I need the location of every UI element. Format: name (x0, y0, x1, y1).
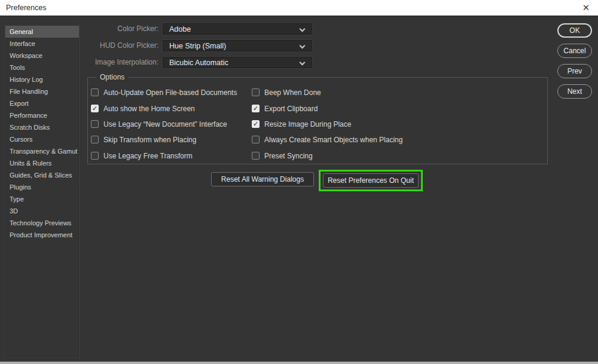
checkbox-icon[interactable]: ✓ (252, 136, 260, 143)
hud-color-picker-label: HUD Color Picker: (87, 40, 158, 51)
image-interpolation-label: Image Interpolation: (87, 57, 158, 68)
sidebar-item-history-log[interactable]: History Log (5, 74, 79, 85)
next-button[interactable]: Next (557, 84, 592, 99)
sidebar-item-type[interactable]: Type (5, 193, 79, 205)
checkbox-beep-when-done[interactable]: ✓ Beep When Done (252, 88, 321, 97)
checkbox-use-legacy-free-transform[interactable]: ✓ Use Legacy Free Transform (91, 151, 193, 160)
color-picker-label: Color Picker: (87, 23, 158, 35)
window-title: Preferences (6, 0, 46, 16)
chevron-down-icon (300, 27, 304, 31)
checkbox-resize-image-during-place[interactable]: ✓ Resize Image During Place (252, 120, 351, 129)
close-icon[interactable]: ✕ (579, 0, 593, 16)
image-interpolation-select[interactable]: Bicubic Automatic (163, 57, 312, 68)
sidebar-item-cursors[interactable]: Cursors (5, 133, 79, 145)
dialog-body: General Interface Workspace Tools Histor… (0, 16, 598, 362)
sidebar-item-workspace[interactable]: Workspace (5, 50, 79, 62)
cancel-button[interactable]: Cancel (557, 44, 592, 58)
checkbox-icon[interactable]: ✓ (91, 120, 99, 128)
reset-preferences-on-quit-button[interactable]: Reset Preferences On Quit (323, 173, 419, 188)
hud-color-picker-value: Hue Strip (Small) (169, 41, 226, 51)
color-picker-select[interactable]: Adobe (163, 23, 312, 35)
ok-button[interactable]: OK (557, 23, 592, 38)
checkbox-preset-syncing[interactable]: ✓ Preset Syncing (252, 151, 313, 160)
sidebar-item-interface[interactable]: Interface (5, 38, 79, 50)
sidebar-item-scratch-disks[interactable]: Scratch Disks (5, 121, 79, 133)
highlight-box: Reset Preferences On Quit (319, 170, 423, 191)
checkbox-export-clipboard[interactable]: ✓ Export Clipboard (252, 104, 318, 113)
checkbox-icon[interactable]: ✓ (252, 105, 260, 112)
checkbox-icon[interactable]: ✓ (252, 120, 260, 128)
chevron-down-icon (300, 44, 304, 48)
checkbox-icon[interactable]: ✓ (252, 88, 260, 96)
title-bar: Preferences ✕ (0, 0, 598, 16)
prev-button[interactable]: Prev (557, 64, 592, 78)
color-picker-value: Adobe (169, 24, 191, 35)
sidebar-item-tools[interactable]: Tools (5, 62, 79, 74)
sidebar-item-3d[interactable]: 3D (5, 205, 79, 217)
checkbox-icon[interactable]: ✓ (91, 88, 99, 96)
checkbox-skip-transform-when-placing[interactable]: ✓ Skip Transform when Placing (91, 135, 196, 144)
hud-color-picker-select[interactable]: Hue Strip (Small) (163, 40, 312, 51)
sidebar-item-general[interactable]: General (5, 26, 79, 38)
sidebar-item-guides-grid-slices[interactable]: Guides, Grid & Slices (5, 169, 79, 181)
checkbox-auto-update-open-file-based-documents[interactable]: ✓ Auto-Update Open File-based Documents (91, 88, 237, 97)
sidebar-item-product-improvement[interactable]: Product Improvement (5, 229, 79, 241)
sidebar-item-file-handling[interactable]: File Handling (5, 85, 79, 97)
sidebar-item-units-rulers[interactable]: Units & Rulers (5, 157, 79, 169)
sidebar-item-transparency-gamut[interactable]: Transparency & Gamut (5, 145, 79, 157)
sidebar-item-technology-previews[interactable]: Technology Previews (5, 217, 79, 229)
check-icon: ✓ (92, 105, 97, 112)
check-icon: ✓ (253, 105, 258, 112)
options-group: Options ✓ Auto-Update Open File-based Do… (87, 77, 548, 164)
checkbox-icon[interactable]: ✓ (91, 136, 99, 143)
checkbox-always-create-smart-objects-when-placing[interactable]: ✓ Always Create Smart Objects when Placi… (252, 135, 402, 144)
sidebar: General Interface Workspace Tools Histor… (5, 22, 80, 357)
checkbox-icon[interactable]: ✓ (91, 152, 99, 160)
options-legend: Options (96, 73, 128, 81)
reset-all-warning-dialogs-button[interactable]: Reset All Warning Dialogs (211, 172, 314, 186)
checkbox-icon[interactable]: ✓ (91, 105, 99, 112)
chevron-down-icon (300, 60, 304, 65)
preferences-dialog: Preferences ✕ General Interface Workspac… (0, 0, 598, 364)
dialog-bottom-edge (0, 362, 598, 364)
sidebar-item-performance[interactable]: Performance (5, 109, 79, 121)
image-interpolation-value: Bicubic Automatic (169, 57, 228, 68)
sidebar-item-export[interactable]: Export (5, 97, 79, 109)
checkbox-icon[interactable]: ✓ (252, 152, 260, 160)
checkbox-use-legacy-new-document-interface[interactable]: ✓ Use Legacy “New Document” Interface (91, 120, 227, 129)
check-icon: ✓ (253, 120, 258, 128)
sidebar-item-plugins[interactable]: Plugins (5, 181, 79, 193)
checkbox-auto-show-home-screen[interactable]: ✓ Auto show the Home Screen (91, 104, 195, 113)
